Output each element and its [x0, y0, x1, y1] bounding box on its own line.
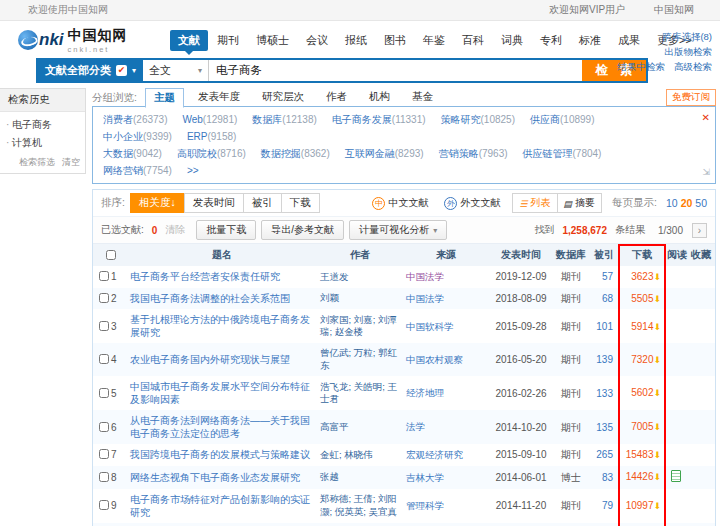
cited-count-link[interactable]: 133	[589, 376, 619, 410]
tag-item[interactable]: 供应商(10899)	[530, 114, 594, 125]
authors-cell[interactable]: 高富平	[317, 410, 403, 444]
row-checkbox[interactable]	[99, 321, 109, 331]
source-link[interactable]: 宏观经济研究	[406, 449, 463, 460]
download-count-link[interactable]: 10997	[626, 500, 654, 511]
paper-title-link[interactable]: 电子商务市场特征对产品创新影响的实证研究	[130, 494, 310, 518]
authors-cell[interactable]: 王道发	[317, 266, 403, 288]
nav-tab[interactable]: 图书	[376, 30, 414, 51]
cited-count-link[interactable]: 101	[589, 309, 619, 343]
favorite-cell[interactable]	[687, 466, 715, 489]
download-arrow-icon[interactable]	[653, 294, 661, 304]
history-item[interactable]: 计算机	[6, 134, 79, 152]
download-arrow-icon[interactable]	[653, 322, 661, 332]
html-read-icon[interactable]	[671, 470, 681, 482]
close-icon[interactable]: ✕	[702, 109, 710, 126]
cited-count-link[interactable]: 83	[589, 466, 619, 489]
download-count-link[interactable]: 3623	[631, 271, 653, 282]
search-input[interactable]	[209, 60, 582, 81]
history-footer-link[interactable]: 检索筛选	[19, 156, 55, 169]
quick-link[interactable]: 跨库选择(8)	[662, 31, 712, 42]
download-arrow-icon[interactable]	[653, 450, 661, 460]
row-checkbox[interactable]	[99, 472, 109, 482]
sort-option[interactable]: 发表时间	[184, 193, 244, 213]
tag-item[interactable]: 消费者(26373)	[103, 114, 167, 125]
group-tab[interactable]: 发表年度	[190, 88, 248, 108]
expand-icon[interactable]	[702, 164, 710, 181]
view-option[interactable]: 摘要	[557, 194, 602, 212]
download-count-link[interactable]: 5505	[631, 293, 653, 304]
favorite-cell[interactable]	[687, 288, 715, 310]
favorite-cell[interactable]	[687, 376, 715, 410]
column-header[interactable]: 来源	[403, 244, 489, 266]
download-arrow-icon[interactable]	[653, 422, 661, 432]
paper-title-link[interactable]: 从电子商务法到网络商务法——关于我国电子商务立法定位的思考	[130, 415, 310, 439]
tag-item[interactable]: ERP(9158)	[187, 131, 236, 142]
download-count-link[interactable]: 7005	[631, 421, 653, 432]
cnki-logo[interactable]: nki 中国知网 cnki.net	[18, 27, 170, 54]
tag-item[interactable]: 互联网金融(8293)	[345, 148, 424, 159]
row-checkbox[interactable]	[99, 500, 109, 510]
history-footer-link[interactable]: 清空	[62, 156, 80, 169]
download-arrow-icon[interactable]	[653, 355, 661, 365]
paper-title-link[interactable]: 中国城市电子商务发展水平空间分布特征及影响因素	[130, 381, 310, 405]
nav-tab[interactable]: 博硕士	[248, 30, 297, 51]
row-checkbox[interactable]	[99, 449, 109, 459]
next-page-button[interactable]: ›	[692, 223, 707, 238]
source-link[interactable]: 法学	[406, 421, 425, 432]
tag-item[interactable]: 数据挖掘(8362)	[261, 148, 330, 159]
column-header[interactable]: 收藏	[687, 244, 715, 266]
group-tab[interactable]: 主题	[145, 88, 184, 108]
nav-tab[interactable]: 词典	[493, 30, 531, 51]
column-header[interactable]: 阅读	[665, 244, 687, 266]
row-checkbox[interactable]	[99, 388, 109, 398]
favorite-cell[interactable]	[687, 489, 715, 523]
authors-cell[interactable]: 金虹; 林晓伟	[317, 444, 403, 466]
view-option[interactable]: 列表	[513, 194, 556, 212]
download-count-link[interactable]: 7320	[631, 354, 653, 365]
vip-user-link[interactable]: 欢迎知网VIP用户	[549, 4, 625, 15]
paper-title-link[interactable]: 我国电子商务法调整的社会关系范围	[130, 293, 290, 304]
tag-item[interactable]: Web(12981)	[182, 114, 237, 125]
language-filter[interactable]: 中中文文献	[372, 196, 428, 210]
authors-cell[interactable]: 张越	[317, 466, 403, 489]
download-count-link[interactable]: 15483	[626, 449, 654, 460]
row-checkbox[interactable]	[99, 271, 109, 281]
group-tab[interactable]: 作者	[318, 88, 355, 108]
download-count-link[interactable]: 5914	[631, 321, 653, 332]
more-tags-link[interactable]: >>	[187, 165, 199, 176]
cited-count-link[interactable]: 79	[589, 489, 619, 523]
cited-count-link[interactable]: 57	[589, 266, 619, 288]
action-button[interactable]: 计量可视化分析▾	[349, 220, 447, 240]
nav-tab[interactable]: 会议	[298, 30, 336, 51]
language-filter[interactable]: 外外文文献	[444, 196, 500, 210]
tag-item[interactable]: 策略研究(10825)	[441, 114, 515, 125]
download-arrow-icon[interactable]	[653, 272, 661, 282]
group-tab[interactable]: 基金	[404, 88, 441, 108]
row-checkbox[interactable]	[99, 354, 109, 364]
paper-title-link[interactable]: 网络生态视角下电子商务业态发展研究	[130, 472, 300, 483]
cited-count-link[interactable]: 68	[589, 288, 619, 310]
favorite-cell[interactable]	[687, 444, 715, 466]
select-all-checkbox[interactable]	[106, 250, 116, 260]
nav-tab[interactable]: 文献	[170, 30, 208, 51]
column-header[interactable]: 题名	[127, 244, 317, 266]
download-count-link[interactable]: 5602	[631, 387, 653, 398]
favorite-cell[interactable]	[687, 343, 715, 376]
tag-item[interactable]: 电子商务发展(11331)	[332, 114, 426, 125]
sort-option[interactable]: 被引	[243, 193, 282, 213]
authors-cell[interactable]: 刘颖	[317, 288, 403, 310]
row-checkbox[interactable]	[99, 293, 109, 303]
history-item[interactable]: 电子商务	[6, 116, 79, 134]
action-button[interactable]: 批量下载	[196, 220, 256, 240]
sort-option[interactable]: 下载	[281, 193, 320, 213]
favorite-cell[interactable]	[687, 410, 715, 444]
column-header[interactable]: 数据库	[553, 244, 589, 266]
sort-option[interactable]: 相关度↓	[130, 193, 185, 213]
cited-count-link[interactable]: 265	[589, 444, 619, 466]
paper-title-link[interactable]: 农业电子商务国内外研究现状与展望	[130, 354, 290, 365]
authors-cell[interactable]: 郑称德; 王倩; 刘阳灏; 倪英英; 吴宜真	[317, 489, 403, 523]
paper-title-link[interactable]: 我国跨境电子商务的发展模式与策略建议	[130, 449, 310, 460]
source-link[interactable]: 中国农村观察	[406, 354, 463, 365]
column-header[interactable]: 被引	[589, 244, 619, 266]
tag-item[interactable]: 营销策略(7963)	[439, 148, 508, 159]
